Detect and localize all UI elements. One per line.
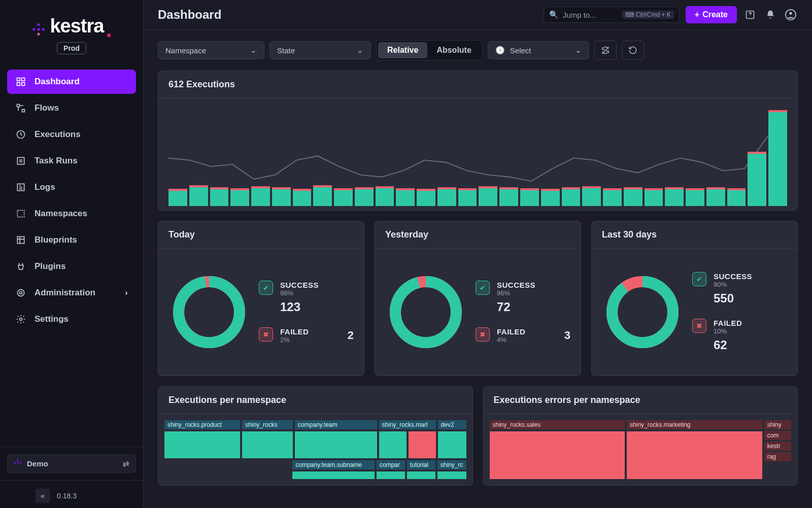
search-kbd-hint: ⌨ Ctrl/Cmd + K — [622, 11, 673, 19]
chart-bar[interactable] — [376, 188, 394, 206]
success-label: SUCCESS — [280, 281, 319, 289]
chart-bar[interactable] — [417, 191, 435, 206]
chart-bar[interactable] — [748, 154, 766, 206]
chart-bar[interactable] — [520, 190, 539, 206]
chart-bar[interactable] — [293, 191, 312, 206]
chart-bar[interactable] — [706, 189, 725, 206]
treemap-cell[interactable] — [409, 431, 436, 458]
chart-bar[interactable] — [727, 190, 746, 206]
treemap-cell[interactable] — [438, 431, 466, 458]
treemap-cell[interactable] — [164, 431, 240, 458]
chevron-down-icon: ⌄ — [357, 46, 363, 55]
chart-bar[interactable] — [582, 188, 601, 206]
treemap-cell[interactable]: shiny_rocks.marketing — [627, 420, 762, 429]
treemap-cell[interactable] — [242, 431, 293, 458]
treemap-cell[interactable] — [295, 431, 377, 458]
sidebar-item-flows[interactable]: Flows — [7, 96, 136, 120]
chart-bar[interactable] — [396, 190, 415, 206]
period-card: Last 30 days ✔ SUCCESS 90% 550 ✖ — [591, 221, 798, 376]
chart-bar[interactable] — [210, 189, 229, 206]
chevron-right-icon: › — [125, 288, 128, 298]
chart-bar[interactable] — [541, 191, 560, 206]
chart-bar[interactable] — [437, 189, 456, 206]
chart-bar[interactable] — [768, 112, 787, 206]
period-card: Yesterday ✔ SUCCESS 96% 72 ✖ — [375, 221, 581, 376]
logs-icon — [15, 182, 26, 193]
chart-bar[interactable] — [189, 187, 208, 206]
chart-bar[interactable] — [665, 189, 684, 206]
stat-failed: ✖ FAILED 2% 2 — [259, 327, 354, 344]
chart-bar[interactable] — [313, 187, 332, 206]
help-icon[interactable] — [743, 8, 757, 22]
chart-bar[interactable] — [562, 189, 581, 206]
treemap-cell[interactable]: kestr — [764, 442, 791, 451]
treemap-cell[interactable] — [490, 431, 625, 479]
toggle-autorefresh-button[interactable] — [594, 41, 617, 60]
chart-bar[interactable] — [624, 189, 642, 206]
chart-bar[interactable] — [479, 188, 497, 206]
treemap-cell[interactable] — [437, 471, 466, 479]
treemap-cell[interactable] — [377, 471, 405, 479]
sidebar-item-logs[interactable]: Logs — [7, 175, 136, 199]
sidebar-item-settings[interactable]: Settings — [7, 307, 136, 331]
treemap-cell[interactable]: dev2 — [438, 420, 466, 429]
bell-icon[interactable] — [763, 8, 777, 22]
chart-bar[interactable] — [458, 190, 477, 206]
treemap-cell[interactable]: shiny — [764, 420, 791, 429]
sidebar-item-plugins[interactable]: Plugins — [7, 254, 136, 279]
treemap-cell[interactable]: company.team — [295, 420, 377, 429]
treemap-cell[interactable]: shiny_rocks.product — [164, 420, 240, 429]
err-treemap: shiny_rocks.sales shiny_rocks.marketing … — [484, 414, 798, 485]
treemap-cell[interactable]: shiny_rocks — [242, 420, 293, 429]
context-switcher[interactable]: Demo ⇄ — [7, 454, 136, 473]
sidebar-item-executions[interactable]: Executions — [7, 122, 136, 147]
sidebar-item-administration[interactable]: Administration › — [7, 281, 136, 305]
segment-relative[interactable]: Relative — [378, 42, 427, 58]
treemap-cell[interactable] — [407, 471, 435, 479]
create-button[interactable]: + Create — [686, 6, 737, 23]
treemap-cell[interactable] — [379, 431, 407, 458]
grid-icon — [15, 76, 26, 87]
collapse-sidebar-button[interactable]: « — [36, 489, 50, 503]
treemap-cell[interactable] — [627, 431, 762, 479]
treemap-cell[interactable]: tutorial — [407, 460, 435, 469]
chart-bar[interactable] — [168, 191, 187, 206]
treemap-cell[interactable] — [292, 471, 375, 479]
treemap-cell[interactable]: compar — [377, 460, 405, 469]
search-input[interactable]: 🔍 Jump to... ⌨ Ctrl/Cmd + K — [544, 7, 680, 23]
sidebar-item-dashboard[interactable]: Dashboard — [7, 70, 136, 94]
chart-bar-fail — [251, 186, 270, 188]
topbar: Dashboard 🔍 Jump to... ⌨ Ctrl/Cmd + K + … — [144, 0, 812, 30]
segment-absolute[interactable]: Absolute — [427, 42, 480, 58]
user-avatar-icon[interactable] — [784, 8, 798, 22]
treemap-cell[interactable]: com — [764, 431, 791, 440]
chart-bar[interactable] — [686, 190, 704, 206]
context-mark-icon — [14, 459, 22, 468]
svg-rect-21 — [19, 462, 21, 464]
sidebar-item-blueprints[interactable]: Blueprints — [7, 228, 136, 252]
chart-bar[interactable] — [334, 190, 353, 206]
select-label: Select — [510, 46, 531, 55]
sidebar-item-namespaces[interactable]: Namespaces — [7, 201, 136, 226]
chart-bar[interactable] — [272, 189, 291, 206]
sidebar-item-taskruns[interactable]: Task Runs — [7, 149, 136, 173]
chart-bar[interactable] — [355, 189, 374, 206]
chart-bar[interactable] — [499, 189, 518, 206]
sidebar-item-label: Dashboard — [35, 77, 80, 87]
page-title: Dashboard — [158, 8, 221, 22]
chart-bar[interactable] — [603, 190, 622, 206]
flow-icon — [15, 103, 26, 114]
state-select[interactable]: State ⌄ — [269, 41, 371, 59]
treemap-cell[interactable]: shiny_rocks.sales — [490, 420, 625, 429]
chart-bar[interactable] — [251, 188, 270, 206]
treemap-cell[interactable]: company.team.subname — [292, 460, 375, 469]
date-select[interactable]: 🕓 Select ⌄ — [488, 41, 589, 59]
refresh-button[interactable] — [622, 41, 644, 60]
treemap-cell[interactable]: shiny_rc — [437, 460, 466, 469]
treemap-cell[interactable]: shiny_rocks.marl — [379, 420, 436, 429]
chart-bar[interactable] — [645, 190, 663, 206]
treemap-cell[interactable]: rag — [764, 452, 791, 461]
namespace-select[interactable]: Namespace ⌄ — [158, 41, 264, 59]
context-label: Demo — [27, 459, 48, 468]
chart-bar[interactable] — [230, 190, 249, 206]
